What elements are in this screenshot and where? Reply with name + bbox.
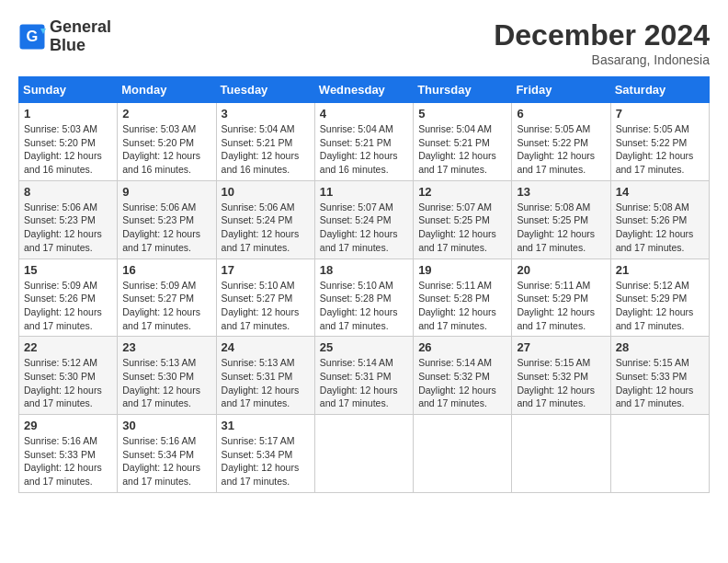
day-number: 18 bbox=[320, 263, 408, 277]
day-number: 19 bbox=[418, 263, 506, 277]
calendar-body: 1 Sunrise: 5:03 AM Sunset: 5:20 PM Dayli… bbox=[19, 103, 710, 493]
day-cell: 2 Sunrise: 5:03 AM Sunset: 5:20 PM Dayli… bbox=[118, 103, 216, 181]
header-cell-thursday: Thursday bbox=[414, 77, 512, 103]
day-number: 29 bbox=[24, 419, 112, 432]
day-info: Sunrise: 5:09 AM Sunset: 5:27 PM Dayligh… bbox=[122, 279, 210, 333]
day-number: 7 bbox=[616, 107, 704, 121]
day-cell: 7 Sunrise: 5:05 AM Sunset: 5:22 PM Dayli… bbox=[610, 103, 709, 181]
week-row-5: 29 Sunrise: 5:16 AM Sunset: 5:33 PM Dayl… bbox=[19, 415, 710, 493]
day-cell: 1 Sunrise: 5:03 AM Sunset: 5:20 PM Dayli… bbox=[19, 103, 118, 181]
day-cell bbox=[610, 415, 709, 493]
day-info: Sunrise: 5:11 AM Sunset: 5:28 PM Dayligh… bbox=[418, 279, 506, 333]
header-cell-tuesday: Tuesday bbox=[216, 77, 314, 103]
header-cell-monday: Monday bbox=[118, 77, 216, 103]
day-number: 10 bbox=[222, 185, 310, 199]
header-cell-saturday: Saturday bbox=[610, 77, 709, 103]
logo-line2: Blue bbox=[50, 37, 111, 55]
day-cell: 19 Sunrise: 5:11 AM Sunset: 5:28 PM Dayl… bbox=[414, 259, 512, 337]
day-number: 22 bbox=[24, 340, 112, 354]
calendar-header: SundayMondayTuesdayWednesdayThursdayFrid… bbox=[19, 77, 710, 103]
day-info: Sunrise: 5:08 AM Sunset: 5:25 PM Dayligh… bbox=[517, 201, 605, 255]
title-block: December 2024 Basarang, Indonesia bbox=[494, 18, 710, 67]
day-cell: 13 Sunrise: 5:08 AM Sunset: 5:25 PM Dayl… bbox=[512, 180, 610, 259]
day-number: 17 bbox=[222, 263, 310, 277]
day-cell: 3 Sunrise: 5:04 AM Sunset: 5:21 PM Dayli… bbox=[216, 103, 314, 181]
day-cell: 17 Sunrise: 5:10 AM Sunset: 5:27 PM Dayl… bbox=[216, 259, 314, 337]
day-cell: 26 Sunrise: 5:14 AM Sunset: 5:32 PM Dayl… bbox=[414, 337, 512, 415]
header-cell-friday: Friday bbox=[512, 77, 610, 103]
day-number: 11 bbox=[320, 185, 408, 199]
day-cell: 9 Sunrise: 5:06 AM Sunset: 5:23 PM Dayli… bbox=[118, 180, 216, 259]
day-cell: 22 Sunrise: 5:12 AM Sunset: 5:30 PM Dayl… bbox=[19, 337, 118, 415]
day-cell: 24 Sunrise: 5:13 AM Sunset: 5:31 PM Dayl… bbox=[216, 337, 314, 415]
day-info: Sunrise: 5:07 AM Sunset: 5:25 PM Dayligh… bbox=[418, 201, 506, 255]
day-info: Sunrise: 5:15 AM Sunset: 5:32 PM Dayligh… bbox=[517, 356, 605, 410]
day-info: Sunrise: 5:14 AM Sunset: 5:31 PM Dayligh… bbox=[320, 356, 408, 410]
day-number: 20 bbox=[517, 263, 605, 277]
day-number: 24 bbox=[222, 340, 310, 354]
day-cell: 16 Sunrise: 5:09 AM Sunset: 5:27 PM Dayl… bbox=[118, 259, 216, 337]
day-info: Sunrise: 5:05 AM Sunset: 5:22 PM Dayligh… bbox=[517, 122, 605, 177]
day-number: 25 bbox=[320, 340, 408, 354]
week-row-2: 8 Sunrise: 5:06 AM Sunset: 5:23 PM Dayli… bbox=[19, 180, 710, 259]
day-info: Sunrise: 5:13 AM Sunset: 5:30 PM Dayligh… bbox=[122, 356, 210, 410]
day-info: Sunrise: 5:17 AM Sunset: 5:34 PM Dayligh… bbox=[222, 434, 310, 488]
day-number: 1 bbox=[24, 107, 112, 121]
day-info: Sunrise: 5:10 AM Sunset: 5:27 PM Dayligh… bbox=[222, 279, 310, 333]
day-cell: 10 Sunrise: 5:06 AM Sunset: 5:24 PM Dayl… bbox=[216, 180, 314, 259]
day-cell: 12 Sunrise: 5:07 AM Sunset: 5:25 PM Dayl… bbox=[414, 180, 512, 259]
day-cell: 23 Sunrise: 5:13 AM Sunset: 5:30 PM Dayl… bbox=[118, 337, 216, 415]
day-info: Sunrise: 5:06 AM Sunset: 5:24 PM Dayligh… bbox=[222, 201, 310, 255]
day-cell bbox=[512, 415, 610, 493]
day-cell: 21 Sunrise: 5:12 AM Sunset: 5:29 PM Dayl… bbox=[610, 259, 709, 337]
day-info: Sunrise: 5:04 AM Sunset: 5:21 PM Dayligh… bbox=[418, 122, 506, 177]
day-number: 6 bbox=[517, 107, 605, 121]
header-cell-wednesday: Wednesday bbox=[314, 77, 413, 103]
day-number: 13 bbox=[517, 185, 605, 199]
day-number: 23 bbox=[122, 340, 210, 354]
day-cell: 30 Sunrise: 5:16 AM Sunset: 5:34 PM Dayl… bbox=[118, 415, 216, 493]
day-cell: 28 Sunrise: 5:15 AM Sunset: 5:33 PM Dayl… bbox=[610, 337, 709, 415]
day-info: Sunrise: 5:16 AM Sunset: 5:34 PM Dayligh… bbox=[122, 434, 210, 488]
week-row-4: 22 Sunrise: 5:12 AM Sunset: 5:30 PM Dayl… bbox=[19, 337, 710, 415]
header-row: SundayMondayTuesdayWednesdayThursdayFrid… bbox=[19, 77, 710, 103]
day-number: 26 bbox=[418, 340, 506, 354]
day-number: 16 bbox=[122, 263, 210, 277]
day-cell bbox=[314, 415, 413, 493]
header-cell-sunday: Sunday bbox=[19, 77, 118, 103]
day-cell: 18 Sunrise: 5:10 AM Sunset: 5:28 PM Dayl… bbox=[314, 259, 413, 337]
day-info: Sunrise: 5:03 AM Sunset: 5:20 PM Dayligh… bbox=[122, 122, 210, 177]
logo: G General Blue bbox=[18, 18, 111, 55]
day-info: Sunrise: 5:04 AM Sunset: 5:21 PM Dayligh… bbox=[320, 122, 408, 177]
day-number: 8 bbox=[24, 185, 112, 199]
day-info: Sunrise: 5:14 AM Sunset: 5:32 PM Dayligh… bbox=[418, 356, 506, 410]
logo-line1: General bbox=[50, 18, 111, 37]
day-number: 3 bbox=[222, 107, 310, 121]
day-cell: 14 Sunrise: 5:08 AM Sunset: 5:26 PM Dayl… bbox=[610, 180, 709, 259]
day-info: Sunrise: 5:11 AM Sunset: 5:29 PM Dayligh… bbox=[517, 279, 605, 333]
day-cell: 29 Sunrise: 5:16 AM Sunset: 5:33 PM Dayl… bbox=[19, 415, 118, 493]
day-number: 4 bbox=[320, 107, 408, 121]
day-cell: 8 Sunrise: 5:06 AM Sunset: 5:23 PM Dayli… bbox=[19, 180, 118, 259]
day-number: 21 bbox=[616, 263, 704, 277]
day-number: 31 bbox=[222, 419, 310, 432]
day-cell: 4 Sunrise: 5:04 AM Sunset: 5:21 PM Dayli… bbox=[314, 103, 413, 181]
day-cell: 20 Sunrise: 5:11 AM Sunset: 5:29 PM Dayl… bbox=[512, 259, 610, 337]
day-cell: 31 Sunrise: 5:17 AM Sunset: 5:34 PM Dayl… bbox=[216, 415, 314, 493]
day-info: Sunrise: 5:16 AM Sunset: 5:33 PM Dayligh… bbox=[24, 434, 112, 488]
day-cell: 27 Sunrise: 5:15 AM Sunset: 5:32 PM Dayl… bbox=[512, 337, 610, 415]
day-info: Sunrise: 5:12 AM Sunset: 5:30 PM Dayligh… bbox=[24, 356, 112, 410]
day-info: Sunrise: 5:09 AM Sunset: 5:26 PM Dayligh… bbox=[24, 279, 112, 333]
day-number: 2 bbox=[122, 107, 210, 121]
day-cell: 6 Sunrise: 5:05 AM Sunset: 5:22 PM Dayli… bbox=[512, 103, 610, 181]
day-info: Sunrise: 5:04 AM Sunset: 5:21 PM Dayligh… bbox=[222, 122, 310, 177]
day-cell: 11 Sunrise: 5:07 AM Sunset: 5:24 PM Dayl… bbox=[314, 180, 413, 259]
day-info: Sunrise: 5:06 AM Sunset: 5:23 PM Dayligh… bbox=[24, 201, 112, 255]
day-info: Sunrise: 5:15 AM Sunset: 5:33 PM Dayligh… bbox=[616, 356, 704, 410]
day-number: 9 bbox=[122, 185, 210, 199]
day-info: Sunrise: 5:05 AM Sunset: 5:22 PM Dayligh… bbox=[616, 122, 704, 177]
day-cell bbox=[414, 415, 512, 493]
day-info: Sunrise: 5:07 AM Sunset: 5:24 PM Dayligh… bbox=[320, 201, 408, 255]
day-number: 12 bbox=[418, 185, 506, 199]
day-number: 27 bbox=[517, 340, 605, 354]
